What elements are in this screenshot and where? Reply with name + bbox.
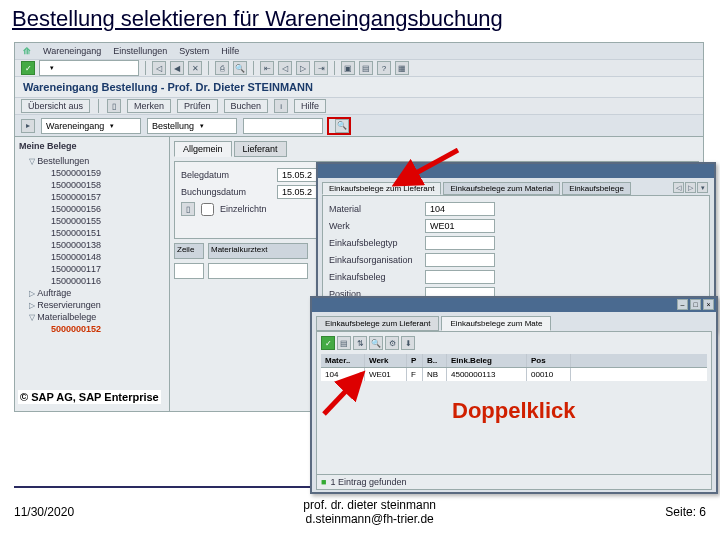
exit-icon[interactable]: ◀: [170, 61, 184, 75]
result-sort-icon[interactable]: ⇅: [353, 336, 367, 350]
tab-pd-material[interactable]: Einkaufsbelege zum Material: [443, 182, 560, 195]
check-button[interactable]: Prüfen: [177, 99, 218, 113]
next-page-icon[interactable]: ▷: [296, 61, 310, 75]
tab-res-material[interactable]: Einkaufsbelege zum Mate: [441, 316, 551, 331]
shortcut-icon[interactable]: ▤: [359, 61, 373, 75]
po-search-icon[interactable]: 🔍: [335, 119, 349, 133]
menu-item[interactable]: System: [179, 46, 209, 56]
standard-toolbar: ✓ ▾ ◁ ◀ ✕ ⎙ 🔍 ⇤ ◁ ▷ ⇥ ▣ ▤ ? ▦: [15, 59, 703, 77]
status-text: 1 Eintrag gefunden: [330, 477, 406, 487]
input-material[interactable]: 104: [425, 202, 495, 216]
tab-res-vendor[interactable]: Einkaufsbelege zum Lieferant: [316, 316, 439, 331]
tab-right-icon[interactable]: ▷: [685, 182, 696, 193]
tab-general[interactable]: Allgemein: [174, 141, 232, 157]
document-tree[interactable]: Bestellungen 1500000159 1500000158 15000…: [19, 155, 165, 335]
footer-page: Seite: 6: [665, 505, 706, 519]
result-ok-icon[interactable]: ✓: [321, 336, 335, 350]
overview-button[interactable]: Übersicht aus: [21, 99, 90, 113]
new-session-icon[interactable]: ▣: [341, 61, 355, 75]
input-purchdoc[interactable]: [425, 270, 495, 284]
info-icon[interactable]: i: [274, 99, 288, 113]
th-pos[interactable]: Pos: [527, 354, 571, 367]
tab-pd-docs[interactable]: Einkaufsbelege: [562, 182, 631, 195]
po-number-field[interactable]: [243, 118, 323, 134]
command-field[interactable]: ▾: [39, 60, 139, 76]
tree-node-matdocs[interactable]: Materialbelege: [29, 311, 165, 323]
tab-list-icon[interactable]: ▾: [697, 182, 708, 193]
tree-doc[interactable]: 1500000155: [39, 215, 165, 227]
hold-icon[interactable]: ▯: [107, 99, 121, 113]
result-table-header: Mater.. Werk P B.. Eink.Beleg Pos: [321, 354, 707, 368]
movement-combo[interactable]: Wareneingang▾: [41, 118, 141, 134]
popup-titlebar[interactable]: [318, 164, 714, 178]
cell-mattext[interactable]: [208, 263, 308, 279]
result-settings-icon[interactable]: ⚙: [385, 336, 399, 350]
app-title: Wareneingang Bestellung - Prof. Dr. Diet…: [15, 77, 703, 97]
label-material: Material: [329, 204, 419, 214]
cell-line[interactable]: [174, 263, 204, 279]
back-icon[interactable]: ◁: [152, 61, 166, 75]
tree-doc[interactable]: 1500000157: [39, 191, 165, 203]
th-doc[interactable]: Eink.Beleg: [447, 354, 527, 367]
tree-node-reservations[interactable]: Reservierungen: [29, 299, 165, 311]
result-row[interactable]: 104 WE01 F NB 4500000113 00010: [321, 368, 707, 381]
last-page-icon[interactable]: ⇥: [314, 61, 328, 75]
result-search-icon[interactable]: 🔍: [369, 336, 383, 350]
tree-doc[interactable]: 1500000151: [39, 227, 165, 239]
reference-combo[interactable]: Bestellung▾: [147, 118, 237, 134]
result-filter-icon[interactable]: ▤: [337, 336, 351, 350]
tab-vendor[interactable]: Lieferant: [234, 141, 287, 157]
tab-left-icon[interactable]: ◁: [673, 182, 684, 193]
maximize-icon[interactable]: □: [690, 299, 701, 310]
cancel-icon[interactable]: ✕: [188, 61, 202, 75]
slide-footer: 11/30/2020 prof. dr. dieter steinmann d.…: [14, 498, 706, 526]
toggle-icon[interactable]: ▸: [21, 119, 35, 133]
label-postdate: Buchungsdatum: [181, 187, 271, 197]
th-p[interactable]: P: [407, 354, 423, 367]
document-tree-pane: Meine Belege Bestellungen 1500000159 150…: [15, 137, 170, 411]
th-me[interactable]: B..: [423, 354, 447, 367]
tree-matdoc[interactable]: 5000000152: [39, 323, 165, 335]
collapse-icon[interactable]: ▯: [181, 202, 195, 216]
criteria-row: ▸ Wareneingang▾ Bestellung▾ 🔍: [15, 115, 703, 137]
tree-node-orders[interactable]: Bestellungen: [29, 155, 165, 167]
prev-page-icon[interactable]: ◁: [278, 61, 292, 75]
tree-doc[interactable]: 1500000117: [39, 263, 165, 275]
tree-doc[interactable]: 1500000138: [39, 239, 165, 251]
checkbox-individual[interactable]: [201, 203, 214, 216]
tab-pd-vendor[interactable]: Einkaufsbelege zum Lieferant: [322, 182, 441, 195]
td-doc: 4500000113: [447, 368, 527, 381]
first-page-icon[interactable]: ⇤: [260, 61, 274, 75]
minimize-icon[interactable]: –: [677, 299, 688, 310]
close-icon[interactable]: ×: [703, 299, 714, 310]
tree-node-sales[interactable]: Aufträge: [29, 287, 165, 299]
tree-doc[interactable]: 1500000148: [39, 251, 165, 263]
tree-doc[interactable]: 1500000158: [39, 179, 165, 191]
input-doctype[interactable]: [425, 236, 495, 250]
label-doctype: Einkaufsbelegtyp: [329, 238, 419, 248]
td-me: NB: [423, 368, 447, 381]
menu-item[interactable]: Wareneingang: [43, 46, 101, 56]
th-material[interactable]: Mater..: [321, 354, 365, 367]
result-export-icon[interactable]: ⬇: [401, 336, 415, 350]
label-individual: Einzelrichtn: [220, 204, 310, 214]
find-icon[interactable]: 🔍: [233, 61, 247, 75]
hold-button[interactable]: Merken: [127, 99, 171, 113]
ok-icon[interactable]: ✓: [21, 61, 35, 75]
post-button[interactable]: Buchen: [224, 99, 269, 113]
tree-doc[interactable]: 1500000159: [39, 167, 165, 179]
popup2-titlebar[interactable]: – □ ×: [312, 298, 716, 312]
tree-doc[interactable]: 1500000156: [39, 203, 165, 215]
input-plant[interactable]: WE01: [425, 219, 495, 233]
tree-doc[interactable]: 1500000116: [39, 275, 165, 287]
th-plant[interactable]: Werk: [365, 354, 407, 367]
help-button[interactable]: Hilfe: [294, 99, 326, 113]
layout-icon[interactable]: ▦: [395, 61, 409, 75]
print-icon[interactable]: ⎙: [215, 61, 229, 75]
tree-title: Meine Belege: [19, 141, 165, 151]
help-icon[interactable]: ?: [377, 61, 391, 75]
input-purchorg[interactable]: [425, 253, 495, 267]
slide-title: Bestellung selektieren für Wareneingangs…: [0, 0, 720, 40]
menu-item[interactable]: Hilfe: [221, 46, 239, 56]
menu-item[interactable]: Einstellungen: [113, 46, 167, 56]
